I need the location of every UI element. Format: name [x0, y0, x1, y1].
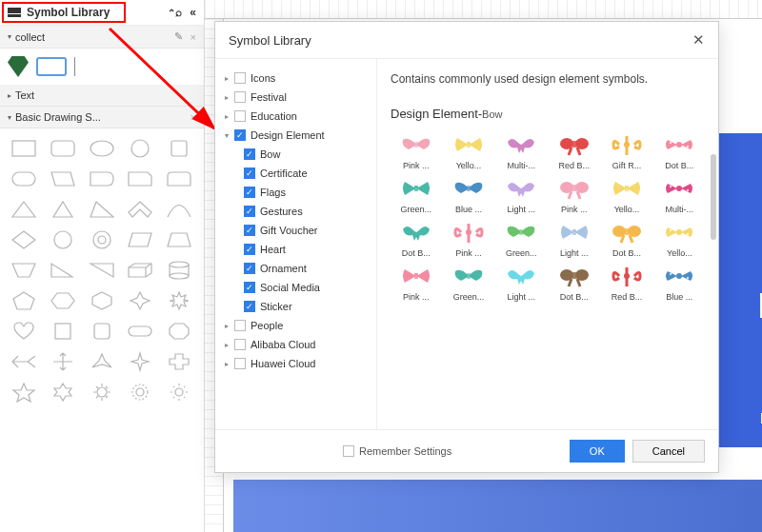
checkbox-icon[interactable]: ✓ — [244, 282, 255, 293]
close-section-icon[interactable]: × — [190, 31, 196, 43]
preview-item[interactable]: Red B... — [549, 130, 599, 170]
tree-item-flags[interactable]: ✓Flags — [215, 183, 376, 202]
preview-item[interactable]: Pink ... — [549, 174, 599, 214]
shape-rect[interactable] — [8, 136, 40, 161]
tree-item-festival[interactable]: Festival — [215, 88, 376, 107]
checkbox-icon[interactable]: ✓ — [244, 187, 255, 198]
shape-rtriangle2[interactable] — [86, 258, 118, 283]
shape-cross[interactable] — [163, 349, 195, 374]
shape-circle2[interactable] — [47, 227, 79, 252]
shape-heart[interactable] — [8, 319, 40, 344]
collapse-icon[interactable]: « — [190, 6, 196, 19]
checkbox-icon[interactable]: ✓ — [244, 206, 255, 217]
shape-hexagon2[interactable] — [86, 288, 118, 313]
preview-item[interactable]: Yello... — [443, 130, 493, 170]
shape-roundrect2[interactable] — [8, 167, 40, 191]
remember-settings[interactable]: Remember Settings — [343, 445, 451, 457]
edit-icon[interactable]: ✎ — [174, 30, 183, 43]
preview-item[interactable]: Dot B... — [601, 218, 652, 258]
shape-pentagon[interactable] — [8, 288, 40, 313]
preview-item[interactable]: Multi-... — [496, 130, 547, 170]
section-collect[interactable]: ▾ collect ✎ × — [0, 26, 204, 49]
shape-trapezoid[interactable] — [163, 227, 195, 252]
shape-ellipse[interactable] — [86, 136, 118, 161]
tree-item-social-media[interactable]: ✓Social Media — [215, 278, 376, 297]
shape-rtriangle[interactable] — [47, 258, 79, 283]
preview-item[interactable]: Blue ... — [443, 174, 493, 214]
checkbox-icon[interactable]: ✓ — [244, 148, 255, 160]
checkbox-icon[interactable] — [234, 320, 246, 331]
tree-item-icons[interactable]: Icons — [215, 69, 376, 88]
preview-item[interactable]: Green... — [391, 174, 441, 214]
close-icon[interactable]: ✕ — [692, 31, 705, 49]
preview-item[interactable]: Pink ... — [443, 218, 493, 258]
tree-item-sticker[interactable]: ✓Sticker — [215, 297, 376, 316]
preview-item[interactable]: Gift R... — [601, 130, 652, 170]
shape-roundsquare[interactable] — [86, 319, 118, 344]
checkbox-icon[interactable] — [234, 358, 246, 369]
tree-item-education[interactable]: Education — [215, 107, 376, 126]
search-icon[interactable]: ⌕ — [175, 6, 182, 19]
tree-item-huawei-cloud[interactable]: Huawei Cloud — [215, 354, 376, 373]
shape-square[interactable] — [163, 136, 195, 161]
shape-star5[interactable] — [8, 380, 40, 404]
shape-triangle2[interactable] — [47, 197, 79, 222]
close-section-icon[interactable]: × — [190, 111, 196, 123]
ok-button[interactable]: OK — [570, 440, 625, 463]
shape-roundrect[interactable] — [47, 136, 79, 161]
shape-curve[interactable] — [163, 197, 195, 222]
checkbox-icon[interactable] — [343, 445, 354, 457]
shape-halfround[interactable] — [86, 167, 118, 191]
shape-gear2[interactable] — [124, 380, 156, 404]
preview-item[interactable]: Light ... — [496, 262, 547, 302]
checkbox-icon[interactable] — [234, 72, 246, 84]
checkbox-icon[interactable] — [234, 110, 246, 122]
shape-pill[interactable] — [124, 319, 156, 344]
shape-diamond[interactable] — [8, 227, 40, 252]
checkbox-icon[interactable]: ✓ — [244, 167, 255, 179]
checkbox-icon[interactable]: ✓ — [244, 244, 255, 255]
preview-item[interactable]: Dot B... — [391, 218, 441, 258]
preview-item[interactable]: Red B... — [601, 262, 652, 302]
shape-star4[interactable] — [124, 288, 156, 313]
preview-item[interactable]: Pink ... — [391, 262, 441, 302]
shape-parallelogram[interactable] — [124, 227, 156, 252]
shape-corner[interactable] — [124, 167, 156, 191]
checkbox-icon[interactable] — [234, 339, 246, 350]
preview-item[interactable]: Yello... — [601, 174, 652, 214]
checkbox-icon[interactable]: ✓ — [234, 129, 246, 141]
preview-item[interactable]: Dot B... — [654, 130, 705, 170]
preview-item[interactable]: Multi-... — [654, 174, 705, 214]
shape-trapezoid2[interactable] — [8, 258, 40, 283]
checkbox-icon[interactable] — [234, 91, 246, 103]
shape-hexagon[interactable] — [47, 288, 79, 313]
line-shape[interactable] — [74, 57, 75, 76]
checkbox-icon[interactable]: ✓ — [244, 225, 255, 236]
shape-skew[interactable] — [47, 167, 79, 191]
shape-triangle3[interactable] — [86, 197, 118, 222]
shape-gear[interactable] — [86, 380, 118, 404]
rect-shape[interactable] — [36, 57, 67, 76]
shape-donut[interactable] — [86, 227, 118, 252]
shape-burst[interactable] — [163, 288, 195, 313]
shape-circle[interactable] — [124, 136, 156, 161]
shape-chevup[interactable] — [124, 197, 156, 222]
shape-block[interactable] — [124, 258, 156, 283]
shape-arrowright[interactable] — [8, 349, 40, 374]
preview-item[interactable]: Light ... — [549, 218, 599, 258]
shape-tab[interactable] — [163, 167, 195, 191]
preview-item[interactable]: Light ... — [496, 174, 547, 214]
tree-item-people[interactable]: People — [215, 316, 376, 335]
badge-shape[interactable] — [8, 56, 29, 77]
shape-4arrow[interactable] — [47, 349, 79, 374]
shape-square2[interactable] — [47, 319, 79, 344]
preview-item[interactable]: Green... — [496, 218, 547, 258]
tree-item-alibaba-cloud[interactable]: Alibaba Cloud — [215, 335, 376, 354]
shape-sparkle[interactable] — [124, 349, 156, 374]
preview-item[interactable]: Yello... — [654, 218, 705, 258]
shape-sun[interactable] — [163, 380, 195, 404]
shape-tristar[interactable] — [86, 349, 118, 374]
cancel-button[interactable]: Cancel — [632, 440, 705, 463]
tree-item-heart[interactable]: ✓Heart — [215, 240, 376, 259]
shape-octagon[interactable] — [163, 319, 195, 344]
